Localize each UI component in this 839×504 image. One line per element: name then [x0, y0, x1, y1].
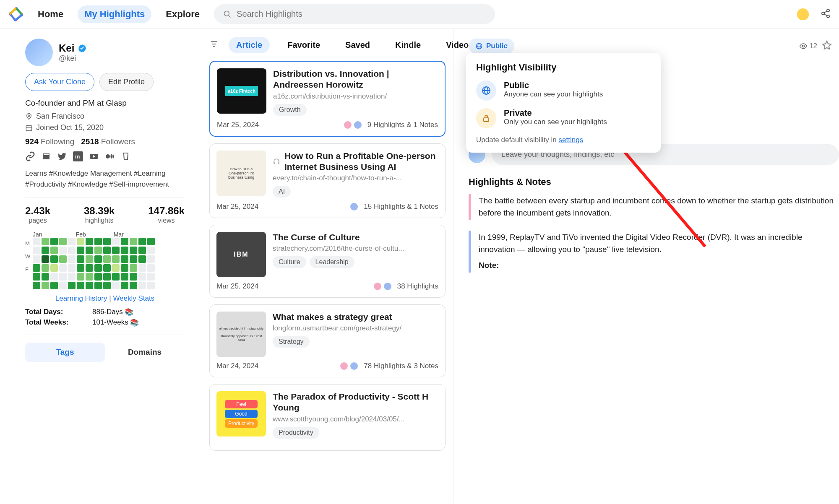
- heatmap-cell[interactable]: [130, 255, 137, 263]
- heatmap-cell[interactable]: [103, 255, 111, 263]
- visibility-option-private[interactable]: PrivateOnly you can see your highlights: [476, 108, 651, 128]
- heatmap-cell[interactable]: [42, 247, 49, 254]
- heatmap-cell[interactable]: [130, 247, 137, 254]
- heatmap-cell[interactable]: [121, 282, 128, 289]
- heatmap-cell[interactable]: [68, 282, 76, 289]
- link-icon[interactable]: [25, 151, 35, 161]
- heatmap-cell[interactable]: [86, 238, 93, 245]
- heatmap-cell[interactable]: [147, 238, 155, 245]
- heatmap-cell[interactable]: [112, 247, 120, 254]
- heatmap-cell[interactable]: [112, 273, 120, 281]
- heatmap-cell[interactable]: [138, 264, 146, 272]
- learning-history-link[interactable]: Learning History: [55, 294, 107, 302]
- heatmap-cell[interactable]: [33, 264, 40, 272]
- heatmap-cell[interactable]: [121, 273, 128, 281]
- heatmap-cell[interactable]: [33, 273, 40, 281]
- heatmap-cell[interactable]: [42, 255, 49, 263]
- weekly-stats-link[interactable]: Weekly Stats: [113, 294, 154, 302]
- heatmap-cell[interactable]: [147, 255, 155, 263]
- heatmap-cell[interactable]: [112, 264, 120, 272]
- heatmap-cell[interactable]: [59, 238, 67, 245]
- filter-icon[interactable]: [209, 39, 219, 51]
- heatmap-cell[interactable]: [50, 282, 58, 289]
- heatmap-cell[interactable]: [77, 264, 84, 272]
- youtube-icon[interactable]: [89, 151, 99, 161]
- heatmap-cell[interactable]: [86, 264, 93, 272]
- heatmap-cell[interactable]: [103, 264, 111, 272]
- nav-explore[interactable]: Explore: [159, 5, 206, 23]
- heatmap-cell[interactable]: [33, 247, 40, 254]
- tag-chip[interactable]: AI: [273, 186, 291, 197]
- heatmap-cell[interactable]: [33, 238, 40, 245]
- heatmap-cell[interactable]: [147, 247, 155, 254]
- settings-link[interactable]: settings: [559, 136, 584, 144]
- heatmap-cell[interactable]: [112, 255, 120, 263]
- heatmap-cell[interactable]: [86, 282, 93, 289]
- heatmap-cell[interactable]: [138, 273, 146, 281]
- cup-icon[interactable]: [121, 151, 131, 161]
- heatmap-cell[interactable]: [59, 255, 67, 263]
- tag-chip[interactable]: Productivity: [273, 427, 319, 439]
- heatmap-cell[interactable]: [94, 247, 102, 254]
- heatmap-cell[interactable]: [68, 273, 76, 281]
- heatmap-cell[interactable]: [77, 282, 84, 289]
- heatmap-cell[interactable]: [121, 247, 128, 254]
- heatmap-cell[interactable]: [77, 247, 84, 254]
- heatmap-cell[interactable]: [147, 264, 155, 272]
- following-stat[interactable]: 924 Following: [25, 137, 74, 146]
- heatmap-cell[interactable]: [121, 255, 128, 263]
- heatmap-cell[interactable]: [103, 273, 111, 281]
- medium-icon[interactable]: [105, 151, 115, 161]
- heatmap-cell[interactable]: [103, 247, 111, 254]
- heatmap-cell[interactable]: [94, 264, 102, 272]
- tab-tags[interactable]: Tags: [25, 343, 105, 362]
- heatmap-cell[interactable]: [138, 238, 146, 245]
- heatmap-cell[interactable]: [50, 238, 58, 245]
- highlight-card[interactable]: FeelGoodProductivity The Paradox of Prod…: [209, 384, 446, 451]
- tag-chip[interactable]: Culture: [273, 256, 306, 268]
- heatmap-cell[interactable]: [50, 273, 58, 281]
- heatmap-cell[interactable]: [86, 255, 93, 263]
- heatmap-cell[interactable]: [130, 282, 137, 289]
- heatmap-cell[interactable]: [50, 255, 58, 263]
- highlight-card[interactable]: n't yet decided if I'm staunchly istaunc…: [209, 304, 446, 377]
- heatmap-cell[interactable]: [94, 255, 102, 263]
- heatmap-cell[interactable]: [68, 247, 76, 254]
- heatmap-cell[interactable]: [130, 238, 137, 245]
- heatmap-cell[interactable]: [94, 282, 102, 289]
- search-bar[interactable]: [214, 4, 495, 24]
- filter-article[interactable]: Article: [229, 37, 270, 53]
- heatmap-cell[interactable]: [68, 238, 76, 245]
- heatmap-cell[interactable]: [42, 282, 49, 289]
- highlight-card[interactable]: IBM The Curse of Culture stratechery.com…: [209, 225, 446, 298]
- heatmap-cell[interactable]: [130, 273, 137, 281]
- heatmap-cell[interactable]: [68, 255, 76, 263]
- followers-stat[interactable]: 2518 Followers: [81, 137, 135, 146]
- star-icon[interactable]: [821, 40, 832, 52]
- heatmap-cell[interactable]: [77, 238, 84, 245]
- filter-saved[interactable]: Saved: [338, 37, 378, 53]
- nav-home[interactable]: Home: [31, 5, 70, 23]
- heatmap-cell[interactable]: [147, 273, 155, 281]
- highlight-block[interactable]: The battle between every startup and inc…: [469, 194, 839, 220]
- tag-chip[interactable]: Growth: [273, 104, 307, 116]
- highlight-card[interactable]: a16z Fintech Distribution vs. Innovation…: [209, 61, 446, 137]
- heatmap-cell[interactable]: [86, 273, 93, 281]
- tag-chip[interactable]: Strategy: [273, 336, 310, 348]
- heatmap-cell[interactable]: [59, 282, 67, 289]
- heatmap-cell[interactable]: [77, 273, 84, 281]
- heatmap-cell[interactable]: [50, 264, 58, 272]
- highlight-block[interactable]: In 1999, ReplayTV and TiVo invented the …: [469, 231, 839, 273]
- search-input[interactable]: [237, 9, 486, 19]
- heatmap-cell[interactable]: [121, 264, 128, 272]
- heatmap-cell[interactable]: [68, 264, 76, 272]
- heatmap-cell[interactable]: [112, 238, 120, 245]
- heatmap-cell[interactable]: [86, 247, 93, 254]
- heatmap-cell[interactable]: [59, 247, 67, 254]
- heatmap-cell[interactable]: [42, 238, 49, 245]
- heatmap-cell[interactable]: [59, 264, 67, 272]
- avatar[interactable]: [25, 39, 53, 66]
- heatmap-cell[interactable]: [59, 273, 67, 281]
- newsletter-icon[interactable]: [41, 151, 51, 161]
- heatmap-cell[interactable]: [112, 282, 120, 289]
